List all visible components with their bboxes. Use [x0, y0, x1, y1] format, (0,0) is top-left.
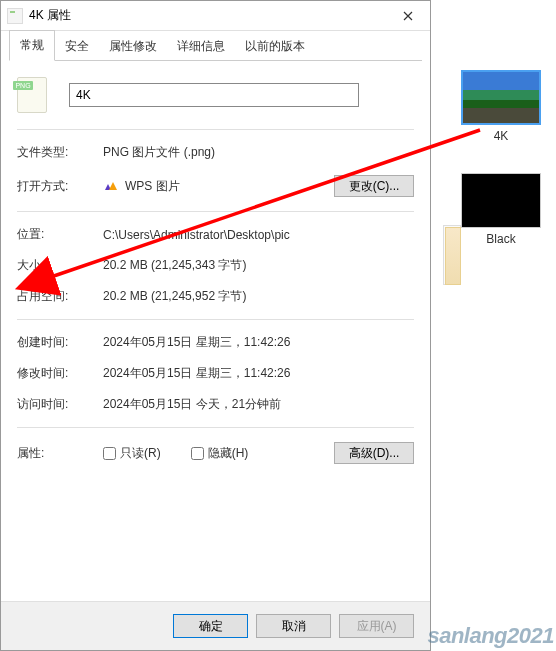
tab-security[interactable]: 安全: [55, 32, 99, 61]
close-button[interactable]: [385, 1, 430, 31]
tab-general[interactable]: 常规: [9, 30, 55, 61]
advanced-button[interactable]: 高级(D)...: [334, 442, 414, 464]
label-location: 位置:: [17, 226, 103, 243]
label-created: 创建时间:: [17, 334, 103, 351]
divider: [17, 319, 414, 320]
thumbnail-black-image: [461, 173, 541, 228]
close-icon: [403, 11, 413, 21]
openwith-text: WPS 图片: [125, 179, 180, 193]
tab-previous[interactable]: 以前的版本: [235, 32, 315, 61]
content-panel: PNG 文件类型: PNG 图片文件 (.png) 打开方式: WPS 图片 更…: [1, 61, 430, 601]
ok-button[interactable]: 确定: [173, 614, 248, 638]
thumbnail-black-label: Black: [461, 232, 541, 246]
title-icon: [7, 8, 23, 24]
readonly-text: 只读(R): [120, 445, 161, 462]
label-openwith: 打开方式:: [17, 178, 103, 195]
thumbnail-4k[interactable]: 4K: [461, 70, 541, 143]
properties-dialog: 4K 属性 常规 安全 属性修改 详细信息 以前的版本 PNG 文件类型: PN…: [0, 0, 431, 651]
hidden-checkbox[interactable]: [191, 447, 204, 460]
tabs: 常规 安全 属性修改 详细信息 以前的版本: [1, 31, 430, 61]
thumbnail-4k-image: [461, 70, 541, 125]
wps-icon: [103, 178, 119, 194]
divider: [17, 129, 414, 130]
row-accessed: 访问时间: 2024年05月15日 今天，21分钟前: [17, 396, 414, 413]
value-accessed: 2024年05月15日 今天，21分钟前: [103, 396, 414, 413]
row-created: 创建时间: 2024年05月15日 星期三，11:42:26: [17, 334, 414, 351]
row-filetype: 文件类型: PNG 图片文件 (.png): [17, 144, 414, 161]
explorer-thumbnails: 4K Black: [446, 70, 556, 256]
value-openwith: WPS 图片: [103, 178, 334, 195]
apply-button[interactable]: 应用(A): [339, 614, 414, 638]
label-filetype: 文件类型:: [17, 144, 103, 161]
label-sizeondisk: 占用空间:: [17, 288, 103, 305]
thumbnail-4k-label: 4K: [461, 129, 541, 143]
watermark: sanlang2021: [427, 623, 554, 649]
file-header: PNG: [17, 77, 414, 113]
label-modified: 修改时间:: [17, 365, 103, 382]
title-text: 4K 属性: [29, 7, 385, 24]
hidden-text: 隐藏(H): [208, 445, 249, 462]
value-modified: 2024年05月15日 星期三，11:42:26: [103, 365, 414, 382]
dialog-buttons: 确定 取消 应用(A): [1, 601, 430, 650]
row-location: 位置: C:\Users\Administrator\Desktop\pic: [17, 226, 414, 243]
divider: [17, 211, 414, 212]
hidden-checkbox-label[interactable]: 隐藏(H): [191, 445, 249, 462]
divider: [17, 427, 414, 428]
value-sizeondisk: 20.2 MB (21,245,952 字节): [103, 288, 414, 305]
row-openwith: 打开方式: WPS 图片 更改(C)...: [17, 175, 414, 197]
filename-input[interactable]: [69, 83, 359, 107]
tab-detail[interactable]: 详细信息: [167, 32, 235, 61]
value-location: C:\Users\Administrator\Desktop\pic: [103, 228, 414, 242]
value-size: 20.2 MB (21,245,343 字节): [103, 257, 414, 274]
value-filetype: PNG 图片文件 (.png): [103, 144, 414, 161]
readonly-checkbox-label[interactable]: 只读(R): [103, 445, 161, 462]
readonly-checkbox[interactable]: [103, 447, 116, 460]
row-modified: 修改时间: 2024年05月15日 星期三，11:42:26: [17, 365, 414, 382]
row-attributes: 属性: 只读(R) 隐藏(H) 高级(D)...: [17, 442, 414, 464]
label-attributes: 属性:: [17, 445, 103, 462]
change-button[interactable]: 更改(C)...: [334, 175, 414, 197]
file-icon: PNG: [17, 77, 49, 113]
thumbnail-black[interactable]: Black: [461, 173, 541, 246]
label-accessed: 访问时间:: [17, 396, 103, 413]
titlebar: 4K 属性: [1, 1, 430, 31]
thumbnail-partial: [443, 225, 461, 285]
cancel-button[interactable]: 取消: [256, 614, 331, 638]
value-created: 2024年05月15日 星期三，11:42:26: [103, 334, 414, 351]
label-size: 大小:: [17, 257, 103, 274]
tab-property-modify[interactable]: 属性修改: [99, 32, 167, 61]
row-sizeondisk: 占用空间: 20.2 MB (21,245,952 字节): [17, 288, 414, 305]
row-size: 大小: 20.2 MB (21,245,343 字节): [17, 257, 414, 274]
